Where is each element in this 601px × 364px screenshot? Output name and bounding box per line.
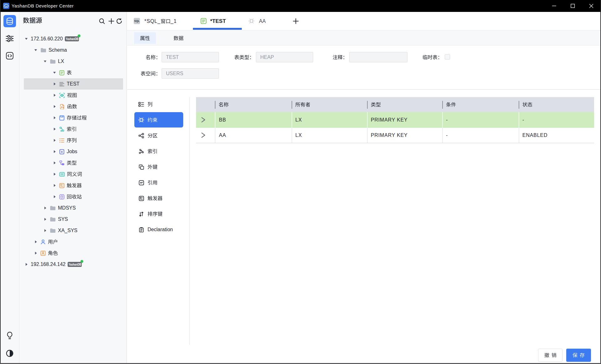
svg-text:8: 8 — [61, 150, 63, 153]
svg-text:Fx: Fx — [61, 106, 64, 109]
